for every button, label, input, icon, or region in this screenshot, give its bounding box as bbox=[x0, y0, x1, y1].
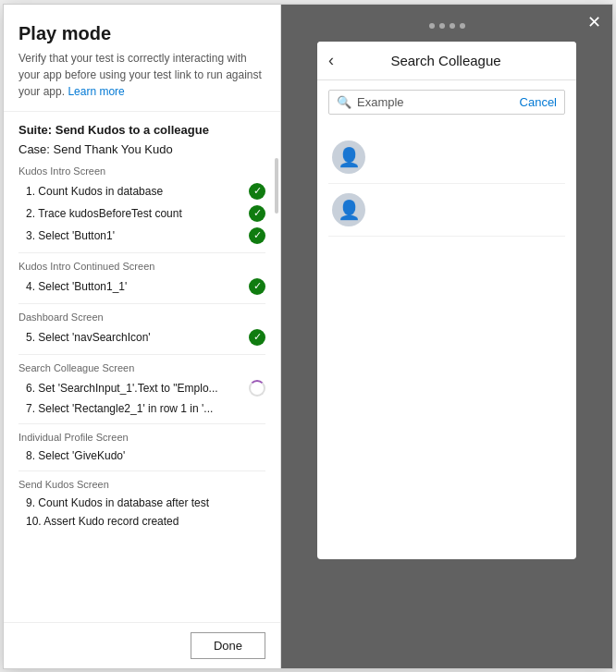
step-row-2: 2. Trace kudosBeforeTest count ✓ bbox=[18, 202, 265, 225]
left-panel: Play mode Verify that your test is corre… bbox=[4, 5, 281, 668]
dot-1 bbox=[429, 23, 435, 29]
step-icon-check-3: ✓ bbox=[249, 227, 265, 244]
step-text-1: 1. Count Kudos in database bbox=[26, 185, 249, 198]
dot-2 bbox=[439, 23, 445, 29]
step-row-1: 1. Count Kudos in database ✓ bbox=[18, 180, 265, 202]
step-text-5: 5. Select 'navSearchIcon' bbox=[26, 331, 249, 344]
section-label-3: Search Colleague Screen bbox=[18, 362, 265, 373]
phone-topbar: ‹ Search Colleague bbox=[317, 42, 576, 80]
divider-2 bbox=[18, 354, 265, 355]
case-title: Case: Send Thank You Kudo bbox=[18, 142, 265, 156]
play-mode-description: Verify that your test is correctly inter… bbox=[18, 50, 265, 100]
done-button[interactable]: Done bbox=[191, 632, 265, 659]
step-row-6: 6. Set 'SearchInput_1'.Text to "Emplo... bbox=[18, 377, 265, 399]
dot-4 bbox=[460, 23, 465, 29]
phone-frame: ‹ Search Colleague 🔍 Example Cancel 👤 👤 bbox=[317, 42, 576, 559]
step-row-3: 3. Select 'Button1' ✓ bbox=[18, 225, 265, 247]
divider-1 bbox=[18, 303, 265, 304]
dots-row bbox=[429, 23, 465, 29]
divider-4 bbox=[18, 470, 265, 471]
avatar-icon-2: 👤 bbox=[338, 199, 361, 221]
section-label-5: Send Kudos Screen bbox=[18, 479, 265, 490]
divider-0 bbox=[18, 252, 265, 253]
section-label-0: Kudos Intro Screen bbox=[18, 165, 265, 177]
divider-3 bbox=[18, 423, 265, 424]
step-text-9: 9. Count Kudos in database after test bbox=[26, 496, 265, 509]
step-text-8: 8. Select 'GiveKudo' bbox=[26, 449, 265, 462]
phone-screen-title: Search Colleague bbox=[345, 53, 565, 68]
step-text-4: 4. Select 'Button1_1' bbox=[26, 280, 249, 293]
step-icon-check-5: ✓ bbox=[249, 329, 265, 346]
step-icon-check-1: ✓ bbox=[249, 183, 265, 200]
search-input-text[interactable]: Example bbox=[357, 95, 520, 109]
scroll-indicator bbox=[275, 158, 278, 214]
cancel-text[interactable]: Cancel bbox=[520, 95, 557, 109]
avatar-icon-1: 👤 bbox=[338, 146, 361, 168]
step-text-7: 7. Select 'Rectangle2_1' in row 1 in '..… bbox=[26, 402, 265, 415]
learn-more-link[interactable]: Learn more bbox=[68, 85, 124, 98]
step-row-5: 5. Select 'navSearchIcon' ✓ bbox=[18, 326, 265, 348]
section-label-2: Dashboard Screen bbox=[18, 312, 265, 323]
suite-title: Suite: Send Kudos to a colleague bbox=[18, 123, 265, 137]
step-icon-spinner-6 bbox=[249, 380, 265, 397]
step-row-8: 8. Select 'GiveKudo' bbox=[18, 446, 265, 465]
step-row-7: 7. Select 'Rectangle2_1' in row 1 in '..… bbox=[18, 399, 265, 418]
left-body: Suite: Send Kudos to a colleague Case: S… bbox=[4, 112, 280, 622]
step-text-6: 6. Set 'SearchInput_1'.Text to "Emplo... bbox=[26, 382, 249, 395]
dot-3 bbox=[450, 23, 455, 29]
avatar-row-2[interactable]: 👤 bbox=[328, 184, 565, 237]
step-row-9: 9. Count Kudos in database after test bbox=[18, 494, 265, 512]
modal-container: Play mode Verify that your test is corre… bbox=[3, 4, 613, 669]
section-label-1: Kudos Intro Continued Screen bbox=[18, 261, 265, 272]
phone-search-bar[interactable]: 🔍 Example Cancel bbox=[328, 90, 565, 115]
step-row-10: 10. Assert Kudo record created bbox=[18, 512, 265, 531]
step-row-4: 4. Select 'Button1_1' ✓ bbox=[18, 275, 265, 298]
play-mode-title: Play mode bbox=[18, 23, 265, 44]
left-footer: Done bbox=[4, 622, 280, 668]
avatar-1: 👤 bbox=[332, 141, 365, 174]
close-button[interactable]: ✕ bbox=[587, 14, 601, 31]
step-text-3: 3. Select 'Button1' bbox=[26, 229, 249, 242]
step-icon-check-2: ✓ bbox=[249, 205, 265, 222]
description-text: Verify that your test is correctly inter… bbox=[18, 52, 262, 98]
right-panel: ✕ ‹ Search Colleague 🔍 Example Cancel 👤 bbox=[281, 5, 612, 668]
back-arrow-icon[interactable]: ‹ bbox=[328, 51, 334, 70]
section-label-4: Individual Profile Screen bbox=[18, 432, 265, 443]
avatar-list: 👤 👤 bbox=[317, 124, 576, 244]
left-header: Play mode Verify that your test is corre… bbox=[4, 5, 280, 112]
avatar-2: 👤 bbox=[332, 193, 365, 226]
step-text-10: 10. Assert Kudo record created bbox=[26, 515, 265, 528]
step-text-2: 2. Trace kudosBeforeTest count bbox=[26, 207, 249, 220]
avatar-row-1[interactable]: 👤 bbox=[328, 131, 565, 184]
search-icon: 🔍 bbox=[337, 95, 351, 109]
step-icon-check-4: ✓ bbox=[249, 278, 265, 295]
